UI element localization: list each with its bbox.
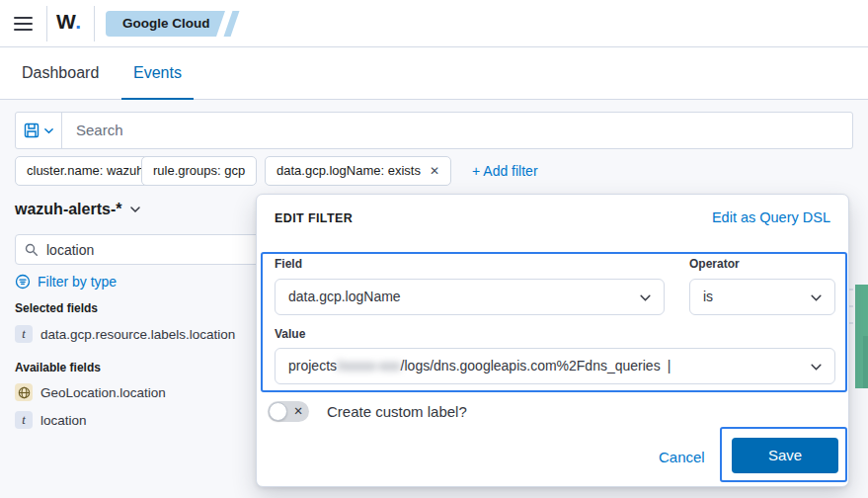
saved-queries-button[interactable] [16, 113, 62, 148]
value-text: projects [288, 358, 337, 374]
index-pattern-selector[interactable]: wazuh-alerts-* [15, 201, 141, 218]
filter-pill-label: rule.groups: gcp [153, 163, 245, 178]
field-select[interactable]: data.gcp.logName [275, 279, 665, 315]
filter-pill-label: data.gcp.logName: exists [276, 163, 421, 178]
filter-pill-logname-exists[interactable]: data.gcp.logName: exists✕ [265, 156, 451, 186]
breadcrumb-tail [224, 11, 240, 37]
string-type-badge: t [15, 325, 33, 343]
selected-fields-heading: Selected fields [15, 301, 98, 315]
tab-events[interactable]: Events [121, 47, 194, 100]
field-item-selected[interactable]: t data.gcp.resource.labels.location [15, 325, 235, 343]
index-pattern-label: wazuh-alerts-* [15, 201, 121, 218]
logo-dot: . [75, 10, 81, 33]
search-input[interactable]: Search [62, 113, 852, 148]
value-text: /logs/dns.googleapis.com%2Fdns_queries [401, 358, 661, 374]
field-item-location[interactable]: t location [15, 411, 87, 429]
field-select-value: data.gcp.logName [288, 289, 401, 304]
operator-select[interactable]: is [689, 279, 835, 315]
wazuh-logo[interactable]: W. [56, 10, 82, 34]
value-label: Value [275, 327, 305, 341]
field-search-value: location [46, 242, 94, 258]
chevron-down-icon [810, 361, 823, 374]
menu-icon[interactable] [14, 17, 33, 31]
string-type-badge: t [15, 411, 33, 429]
cancel-button[interactable]: Cancel [659, 449, 705, 465]
toggle-off-icon: ✕ [293, 404, 303, 418]
field-label: Field [275, 257, 302, 271]
field-name: data.gcp.resource.labels.location [40, 327, 235, 342]
custom-label-toggle-label: Create custom label? [327, 403, 467, 420]
value-redacted-text: /xxxxx-xxx [337, 358, 401, 374]
filter-pill-cluster-name[interactable]: cluster.name: wazuh [15, 156, 156, 186]
histogram-bar [863, 336, 868, 388]
field-name: location [40, 413, 87, 428]
header-divider [94, 6, 95, 42]
filter-pill-rule-groups[interactable]: rule.groups: gcp [141, 156, 257, 186]
save-query-icon [24, 123, 39, 138]
field-name: GeoLocation.location [40, 385, 166, 400]
breadcrumb-google-cloud[interactable]: Google Cloud [106, 11, 225, 37]
save-button[interactable]: Save [732, 438, 838, 473]
field-item-geolocation[interactable]: GeoLocation.location [15, 383, 166, 401]
operator-label: Operator [689, 257, 740, 271]
custom-label-toggle[interactable]: ✕ [268, 401, 309, 422]
filter-pill-label: cluster.name: wazuh [27, 163, 144, 178]
available-fields-heading: Available fields [15, 361, 101, 374]
chevron-down-icon [810, 291, 823, 304]
chevron-down-icon [129, 204, 141, 215]
edit-filter-dialog: EDIT FILTER Edit as Query DSL Field Oper… [256, 194, 849, 487]
operator-select-value: is [703, 289, 713, 304]
field-search-input[interactable]: location [15, 234, 262, 265]
filter-circle-icon [15, 274, 31, 290]
search-icon [25, 243, 39, 257]
dialog-title: EDIT FILTER [275, 211, 353, 225]
header-divider [46, 6, 47, 42]
chevron-down-icon [43, 125, 54, 136]
remove-filter-icon[interactable]: ✕ [430, 164, 439, 178]
filter-by-type-button[interactable]: Filter by type [15, 274, 117, 290]
tab-dashboard[interactable]: Dashboard [22, 47, 99, 99]
globe-icon [15, 383, 33, 401]
filter-by-type-label: Filter by type [38, 274, 117, 290]
text-cursor: | [668, 358, 671, 374]
value-combobox[interactable]: projects/xxxxx-xxx/logs/dns.googleapis.c… [275, 348, 835, 384]
logo-text: W [56, 10, 75, 33]
tab-bar: Dashboard Events [0, 47, 868, 100]
edit-as-query-dsl-link[interactable]: Edit as Query DSL [712, 209, 830, 225]
toggle-knob [269, 402, 287, 421]
add-filter-button[interactable]: + Add filter [472, 163, 538, 179]
chevron-down-icon [639, 291, 652, 304]
query-bar: Search [15, 112, 853, 149]
app-header: W. Google Cloud [0, 0, 868, 47]
